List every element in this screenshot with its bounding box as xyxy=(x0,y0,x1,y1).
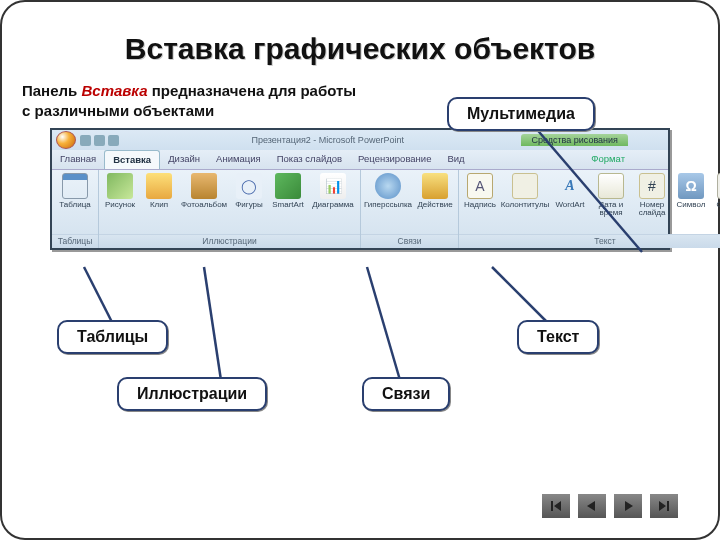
btn-smartart: SmartArt xyxy=(269,173,307,209)
slide-title: Вставка графических объектов xyxy=(22,32,698,66)
chart-icon: 📊 xyxy=(320,173,346,199)
tab-insert: Вставка xyxy=(104,150,160,169)
quick-access-toolbar xyxy=(80,135,119,146)
callout-tables: Таблицы xyxy=(57,320,168,354)
tab-design: Дизайн xyxy=(160,150,208,169)
picture-icon xyxy=(107,173,133,199)
office-orb-icon xyxy=(56,131,76,149)
btn-symbol: ΩСимвол xyxy=(672,173,710,209)
callout-illustrations: Иллюстрации xyxy=(117,377,267,411)
nav-next-button[interactable] xyxy=(614,494,642,518)
skip-back-icon xyxy=(549,499,563,513)
callout-text: Текст xyxy=(517,320,599,354)
btn-headerfooter: Колонтитулы xyxy=(500,173,550,209)
nav-last-button[interactable] xyxy=(650,494,678,518)
nav-first-button[interactable] xyxy=(542,494,570,518)
slide-frame: Вставка графических объектов Панель Вста… xyxy=(0,0,720,540)
btn-chart: 📊Диаграмма xyxy=(308,173,358,209)
btn-table: Таблица xyxy=(54,173,96,209)
ribbon-tabs: Главная Вставка Дизайн Анимация Показ сл… xyxy=(52,150,668,170)
btn-clip: Клип xyxy=(140,173,178,209)
btn-textbox: AНадпись xyxy=(461,173,499,209)
svg-line-2 xyxy=(204,267,222,387)
clipart-icon xyxy=(146,173,172,199)
powerpoint-ribbon-screenshot: Презентация2 - Microsoft PowerPoint Сред… xyxy=(50,128,670,250)
callout-links: Связи xyxy=(362,377,450,411)
tab-animation: Анимация xyxy=(208,150,269,169)
date-icon xyxy=(598,173,624,199)
action-icon xyxy=(422,173,448,199)
wordart-icon: A xyxy=(557,173,583,199)
callout-multimedia: Мультимедиа xyxy=(447,97,595,131)
table-icon xyxy=(62,173,88,199)
textbox-icon: A xyxy=(467,173,493,199)
hyperlink-icon xyxy=(375,173,401,199)
btn-object: Объект xyxy=(711,173,720,209)
svg-line-3 xyxy=(367,267,402,387)
btn-wordart: AWordArt xyxy=(551,173,589,209)
nav-buttons xyxy=(542,494,678,518)
arrow-right-icon xyxy=(621,499,635,513)
group-label-illus: Иллюстрации xyxy=(99,234,360,248)
tab-review: Рецензирование xyxy=(350,150,439,169)
btn-datetime: Дата и время xyxy=(590,173,632,218)
header-footer-icon xyxy=(512,173,538,199)
contextual-tab-label: Средства рисования xyxy=(521,134,628,146)
smartart-icon xyxy=(275,173,301,199)
btn-shapes: ◯Фигуры xyxy=(230,173,268,209)
skip-forward-icon xyxy=(657,499,671,513)
symbol-icon: Ω xyxy=(678,173,704,199)
document-title: Презентация2 - Microsoft PowerPoint xyxy=(134,135,521,145)
tab-slideshow: Показ слайдов xyxy=(269,150,350,169)
window-titlebar: Презентация2 - Microsoft PowerPoint Сред… xyxy=(52,130,668,150)
group-text: AНадпись Колонтитулы AWordArt Дата и вре… xyxy=(459,170,720,248)
nav-prev-button[interactable] xyxy=(578,494,606,518)
tab-format: Формат xyxy=(583,150,633,169)
arrow-left-icon xyxy=(585,499,599,513)
ribbon-body: Таблица Таблицы Рисунок Клип Фотоальбом … xyxy=(52,170,668,248)
slide-number-icon: # xyxy=(639,173,665,199)
tab-view: Вид xyxy=(439,150,472,169)
slide-subtitle: Панель Вставка предназначена для работы … xyxy=(22,81,362,120)
group-label-text: Текст xyxy=(459,234,720,248)
group-label-tables: Таблицы xyxy=(52,234,98,248)
photo-album-icon xyxy=(191,173,217,199)
btn-action: Действие xyxy=(414,173,456,209)
btn-slidenum: #Номер слайда xyxy=(633,173,671,218)
btn-hyperlink: Гиперссылка xyxy=(363,173,413,209)
btn-album: Фотоальбом xyxy=(179,173,229,209)
btn-picture: Рисунок xyxy=(101,173,139,209)
tab-home: Главная xyxy=(52,150,104,169)
group-links: Гиперссылка Действие Связи xyxy=(361,170,459,248)
group-label-links: Связи xyxy=(361,234,458,248)
group-tables: Таблица Таблицы xyxy=(52,170,99,248)
group-illustrations: Рисунок Клип Фотоальбом ◯Фигуры SmartArt… xyxy=(99,170,361,248)
shapes-icon: ◯ xyxy=(236,173,262,199)
